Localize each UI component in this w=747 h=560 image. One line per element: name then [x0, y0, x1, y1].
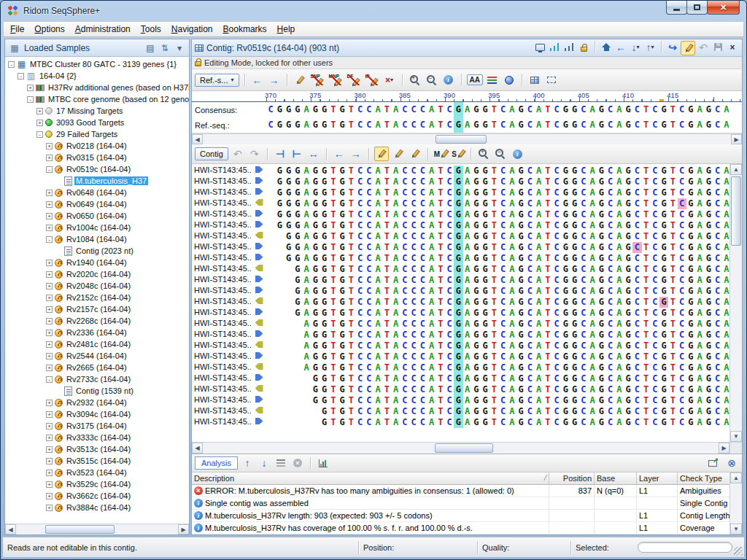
base-cell[interactable]: T — [382, 102, 391, 117]
tree-item[interactable]: -Rv2733c (164-04) — [5, 373, 189, 385]
base-cell[interactable]: T — [347, 102, 355, 117]
base-cell[interactable]: C — [409, 417, 418, 428]
base-cell[interactable]: C — [606, 117, 615, 133]
column-header-base[interactable]: Base — [595, 472, 637, 485]
base-cell[interactable]: A — [588, 417, 597, 428]
base-cell[interactable]: C — [365, 117, 374, 133]
base-cell[interactable]: C — [552, 102, 561, 117]
base-cell[interactable]: C — [418, 117, 427, 133]
scroll-left-icon[interactable]: ◀ — [5, 524, 16, 534]
tree-item[interactable]: +Rv0218 (164-04) — [5, 140, 189, 152]
base-cell[interactable]: C — [713, 117, 722, 133]
base-cell[interactable]: C — [525, 417, 534, 428]
base-cell[interactable]: T — [642, 102, 651, 117]
expand-toggle[interactable]: + — [46, 283, 53, 289]
expand-toggle[interactable]: + — [46, 330, 53, 336]
tree-item[interactable]: +Rv3523 (164-04) — [5, 467, 189, 478]
base-cell[interactable]: C — [365, 102, 374, 117]
base-cell[interactable]: C — [525, 117, 534, 133]
base-cell[interactable]: G — [704, 417, 713, 428]
base-cell[interactable]: A — [615, 102, 624, 117]
base-cell[interactable]: C — [400, 102, 409, 117]
snp-filter-button[interactable]: SNP — [309, 73, 325, 88]
base-cell[interactable]: T — [382, 417, 391, 428]
tree-item[interactable]: +Rv1940 (164-04) — [5, 257, 189, 268]
tree-item[interactable]: +Rv3333c (164-04) — [5, 432, 189, 443]
tree-item[interactable]: +Rv2336 (164-04) — [5, 327, 189, 338]
base-cell[interactable]: T — [382, 117, 391, 133]
expand-toggle[interactable]: + — [46, 365, 53, 371]
tree-item[interactable]: +3093 Good Targets — [5, 117, 189, 128]
analysis-row[interactable]: ×ERROR: M.tuberculosis_H37Rv has too man… — [192, 485, 742, 497]
base-cell[interactable]: G — [293, 102, 302, 117]
base-cell[interactable]: A — [508, 417, 516, 428]
base-cell[interactable]: T — [347, 117, 355, 133]
base-cell[interactable]: G — [481, 117, 489, 133]
sort-icon[interactable]: ⇅ — [158, 42, 171, 55]
base-cell[interactable]: G — [624, 117, 632, 133]
base-cell[interactable]: T — [543, 417, 552, 428]
base-cell[interactable]: A — [508, 102, 516, 117]
zoom-out-button[interactable]: − — [425, 73, 439, 88]
tree-item[interactable]: +Rv2152c (164-04) — [5, 292, 189, 303]
minimize-button[interactable] — [666, 1, 687, 15]
scroll-right-icon[interactable]: ▶ — [178, 524, 189, 534]
tree-item[interactable]: -Rv0519c (164-04) — [5, 163, 189, 175]
redo-button[interactable]: ↷ — [247, 147, 262, 161]
scroll-right-icon[interactable]: ▶ — [731, 134, 742, 144]
base-cell[interactable]: C — [678, 117, 686, 133]
clear-filter-button[interactable]: ×▾ — [382, 73, 397, 88]
tree-item[interactable]: +Rv2020c (164-04) — [5, 268, 189, 280]
base-cell[interactable]: C — [418, 417, 427, 428]
scroll-left-icon[interactable]: ◀ — [192, 443, 203, 454]
expand-toggle[interactable]: + — [46, 446, 53, 453]
save-button[interactable] — [711, 41, 724, 54]
navigate-down-button[interactable]: ↓▾ — [629, 41, 642, 54]
edit-read-button[interactable] — [391, 147, 406, 161]
tree-item[interactable]: -▦MTBC Cluster 80 GATC - 3139 genes {1} — [5, 58, 189, 70]
base-cell[interactable]: A — [392, 117, 400, 133]
base-cell[interactable]: C — [400, 417, 409, 428]
tree-item[interactable]: +Rv0648 (164-04) — [5, 187, 189, 198]
base-cell[interactable]: G — [686, 117, 695, 133]
base-cell[interactable]: G — [275, 102, 284, 117]
collapse-toggle[interactable]: - — [8, 61, 15, 68]
collapse-toggle[interactable]: - — [36, 131, 43, 138]
scrollbar-thumb[interactable] — [731, 176, 741, 246]
expand-toggle[interactable]: + — [46, 400, 53, 406]
expand-toggle[interactable]: + — [46, 225, 53, 231]
expand-toggle[interactable]: + — [27, 85, 34, 91]
base-cell[interactable]: G — [275, 117, 284, 133]
base-cell[interactable]: G — [704, 117, 713, 133]
base-cell[interactable]: C — [266, 117, 275, 133]
base-cell[interactable]: C — [356, 117, 365, 133]
menu-navigation[interactable]: Navigation — [166, 22, 218, 36]
title-bar[interactable]: Ridom SeqSphere+ × — [3, 1, 744, 21]
collapse-toggle[interactable]: - — [46, 236, 53, 243]
tree-item[interactable]: +Rv3094c (164-04) — [5, 408, 189, 420]
base-cell[interactable]: C — [678, 417, 686, 428]
base-cell[interactable]: G — [338, 102, 347, 117]
alignment-area[interactable]: HWI-ST143:45..GGGAGGTGTCCATACCCATCGAGGTC… — [192, 164, 742, 454]
permissions-button[interactable] — [577, 41, 590, 54]
scrollbar-thumb[interactable] — [45, 525, 115, 534]
tree-hscrollbar[interactable]: ◀ ▶ — [5, 524, 189, 534]
base-cell[interactable]: A — [535, 102, 543, 117]
base-cell[interactable]: G — [481, 102, 489, 117]
base-cell[interactable]: G — [293, 117, 302, 133]
consensus-row[interactable]: Consensus: CGGGAGGTGTCCATACCCATCGAGGTCAG… — [192, 102, 742, 117]
expand-toggle[interactable]: + — [46, 353, 53, 359]
menu-administration[interactable]: Administration — [70, 22, 136, 36]
base-cell[interactable]: A — [374, 417, 382, 428]
fit-width-button[interactable]: ↔ — [306, 147, 321, 161]
consensus-hscrollbar[interactable]: ◀ ▶ — [192, 133, 742, 144]
expand-toggle[interactable]: + — [46, 341, 53, 348]
base-cell[interactable]: G — [320, 417, 329, 428]
analysis-vscrollbar[interactable]: ▲ ▼ — [729, 472, 742, 534]
edit-mode-toggle[interactable] — [681, 41, 695, 55]
base-cell[interactable]: A — [374, 102, 382, 117]
base-cell[interactable]: C — [418, 102, 427, 117]
expand-toggle[interactable]: + — [46, 423, 53, 429]
base-cell[interactable]: T — [329, 417, 338, 428]
base-cell[interactable]: C — [579, 117, 588, 133]
